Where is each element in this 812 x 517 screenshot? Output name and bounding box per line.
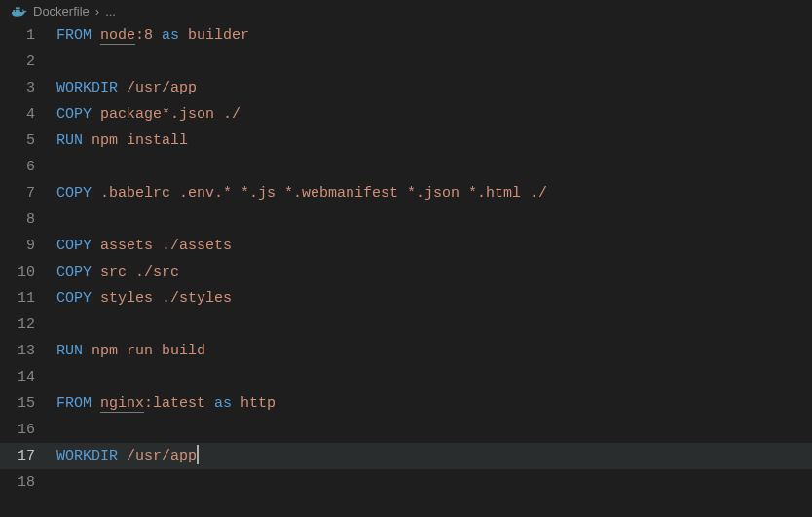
code-line[interactable]: 2 <box>0 49 812 75</box>
code-editor[interactable]: 1FROM node:8 as builder23WORKDIR /usr/ap… <box>0 22 812 496</box>
svg-rect-0 <box>13 10 15 12</box>
line-number: 10 <box>0 259 56 285</box>
line-number: 2 <box>0 49 56 75</box>
code-line[interactable]: 15FROM nginx:latest as http <box>0 390 812 417</box>
line-number: 18 <box>0 469 56 496</box>
line-number: 8 <box>0 206 56 233</box>
code-content[interactable]: WORKDIR /usr/app <box>56 443 199 469</box>
code-line[interactable]: 8 <box>0 206 812 233</box>
code-line[interactable]: 17WORKDIR /usr/app <box>0 443 812 469</box>
line-number: 12 <box>0 312 56 338</box>
chevron-right-icon: › <box>95 4 99 18</box>
code-line[interactable]: 6 <box>0 154 812 180</box>
code-content[interactable]: COPY .babelrc .env.* *.js *.webmanifest … <box>56 180 547 206</box>
line-number: 6 <box>0 154 56 180</box>
code-line[interactable]: 12 <box>0 312 812 338</box>
breadcrumb[interactable]: Dockerfile › ... <box>0 0 812 22</box>
line-number: 16 <box>0 417 56 443</box>
code-line[interactable]: 11COPY styles ./styles <box>0 285 812 312</box>
line-number: 13 <box>0 338 56 364</box>
code-line[interactable]: 13RUN npm run build <box>0 338 812 364</box>
svg-rect-4 <box>18 7 20 9</box>
code-line[interactable]: 18 <box>0 469 812 496</box>
code-line[interactable]: 7COPY .babelrc .env.* *.js *.webmanifest… <box>0 180 812 206</box>
line-number: 15 <box>0 390 56 417</box>
svg-rect-2 <box>18 10 20 12</box>
breadcrumb-rest[interactable]: ... <box>105 4 116 18</box>
code-line[interactable]: 10COPY src ./src <box>0 259 812 285</box>
code-line[interactable]: 5RUN npm install <box>0 128 812 154</box>
code-content[interactable]: RUN npm install <box>56 128 188 154</box>
code-line[interactable]: 16 <box>0 417 812 443</box>
code-content[interactable]: COPY src ./src <box>56 259 179 285</box>
line-number: 9 <box>0 233 56 259</box>
svg-rect-3 <box>16 7 18 9</box>
code-line[interactable]: 14 <box>0 364 812 390</box>
text-cursor <box>197 445 199 464</box>
code-content[interactable]: COPY assets ./assets <box>56 233 232 259</box>
code-line[interactable]: 1FROM node:8 as builder <box>0 22 812 49</box>
code-content[interactable]: WORKDIR /usr/app <box>56 75 197 101</box>
breadcrumb-file[interactable]: Dockerfile <box>33 4 90 18</box>
line-number: 4 <box>0 101 56 128</box>
code-line[interactable]: 3WORKDIR /usr/app <box>0 75 812 101</box>
line-number: 5 <box>0 128 56 154</box>
code-line[interactable]: 4COPY package*.json ./ <box>0 101 812 128</box>
code-content[interactable]: FROM nginx:latest as http <box>56 390 276 417</box>
line-number: 7 <box>0 180 56 206</box>
line-number: 3 <box>0 75 56 101</box>
code-content[interactable]: FROM node:8 as builder <box>56 22 249 49</box>
code-content[interactable]: RUN npm run build <box>56 338 205 364</box>
line-number: 17 <box>0 443 56 469</box>
code-line[interactable]: 9COPY assets ./assets <box>0 233 812 259</box>
line-number: 11 <box>0 285 56 312</box>
code-content[interactable]: COPY package*.json ./ <box>56 101 240 128</box>
docker-icon <box>12 6 27 18</box>
svg-rect-1 <box>16 10 18 12</box>
line-number: 1 <box>0 22 56 49</box>
code-content[interactable]: COPY styles ./styles <box>56 285 232 312</box>
line-number: 14 <box>0 364 56 390</box>
